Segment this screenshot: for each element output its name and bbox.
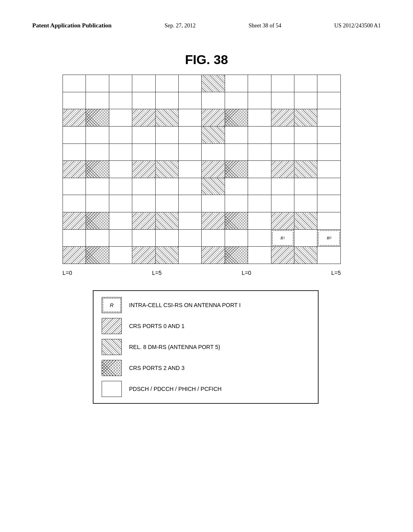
page-header: Patent Application Publication Sep. 27, … <box>32 22 381 29</box>
cell-r5c7 <box>202 143 225 161</box>
cell-r6c5 <box>155 161 178 178</box>
legend-swatch-pdsch <box>102 381 122 397</box>
cell-r10c8 <box>225 229 248 247</box>
r1-marker: R1 <box>272 230 294 246</box>
cell-r9c3 <box>109 212 132 230</box>
cell-r3c3 <box>109 109 132 127</box>
cell-r4c6 <box>179 126 202 143</box>
legend-label-dmrs: REL. 8 DM-RS (ANTENNA PORT 5) <box>129 344 220 350</box>
legend-swatch-dmrs <box>102 339 122 355</box>
cell-r8c4 <box>132 195 155 212</box>
cell-r11c4 <box>132 247 155 264</box>
cell-r11c3 <box>109 247 132 264</box>
cell-r11c6 <box>179 247 202 264</box>
cell-r1c6 <box>179 75 202 92</box>
cell-r3c7 <box>202 109 225 127</box>
sheet-number: Sheet 38 of 54 <box>248 23 281 29</box>
cell-r3c4 <box>132 109 155 127</box>
cell-r11c12 <box>317 247 341 264</box>
legend-box: R INTRA-CELL CSI-RS ON ANTENNA PORT I CR… <box>93 290 319 404</box>
cell-r8c1 <box>63 195 86 212</box>
cell-r6c11 <box>294 161 317 178</box>
cell-r11c7 <box>202 247 225 264</box>
cell-r2c2 <box>86 92 109 109</box>
cell-r5c6 <box>179 143 202 161</box>
cell-r1c12 <box>317 75 341 92</box>
axis-l5-center-left: L=5 <box>152 270 162 276</box>
cell-r3c6 <box>179 109 202 127</box>
cell-r10c7 <box>202 229 225 247</box>
cell-r7c12 <box>317 178 341 195</box>
legend-swatch-crs23 <box>102 360 122 376</box>
cell-r5c4 <box>132 143 155 161</box>
cell-r11c1 <box>63 247 86 264</box>
cell-r4c10 <box>271 126 294 143</box>
cell-r6c1 <box>63 161 86 178</box>
cell-r6c10 <box>271 161 294 178</box>
cell-r9c6 <box>179 212 202 230</box>
cell-r3c5 <box>155 109 178 127</box>
cell-r3c9 <box>248 109 271 127</box>
cell-r9c2 <box>86 212 109 230</box>
cell-r3c12 <box>317 109 341 127</box>
cell-r4c5 <box>155 126 178 143</box>
cell-r1c9 <box>248 75 271 92</box>
axis-l5-right: L=5 <box>331 270 341 276</box>
cell-r9c9 <box>248 212 271 230</box>
cell-r8c2 <box>86 195 109 212</box>
cell-r5c12 <box>317 143 341 161</box>
cell-r7c11 <box>294 178 317 195</box>
cell-r9c12 <box>317 212 341 230</box>
legend-item-dmrs: REL. 8 DM-RS (ANTENNA PORT 5) <box>102 339 310 355</box>
cell-r7c4 <box>132 178 155 195</box>
cell-r2c5 <box>155 92 178 109</box>
cell-r6c8 <box>225 161 248 178</box>
publication-title: Patent Application Publication <box>32 22 112 29</box>
cell-r6c3 <box>109 161 132 178</box>
cell-r5c1 <box>63 143 86 161</box>
cell-r11c2 <box>86 247 109 264</box>
legend-item-pdsch: PDSCH / PDCCH / PHICH / PCFICH <box>102 381 310 397</box>
cell-r2c12 <box>317 92 341 109</box>
cell-r5c2 <box>86 143 109 161</box>
cell-r11c9 <box>248 247 271 264</box>
cell-r1c7 <box>202 75 225 92</box>
cell-r9c7 <box>202 212 225 230</box>
cell-r7c6 <box>179 178 202 195</box>
cell-r8c9 <box>248 195 271 212</box>
cell-r10c2 <box>86 229 109 247</box>
cell-r3c10 <box>271 109 294 127</box>
cell-r1c3 <box>109 75 132 92</box>
cell-r7c8 <box>225 178 248 195</box>
cell-r5c5 <box>155 143 178 161</box>
cell-r3c2 <box>86 109 109 127</box>
cell-r4c3 <box>109 126 132 143</box>
cell-r6c4 <box>132 161 155 178</box>
cell-r2c8 <box>225 92 248 109</box>
cell-r1c10 <box>271 75 294 92</box>
cell-r9c5 <box>155 212 178 230</box>
cell-r9c10 <box>271 212 294 230</box>
cell-r9c1 <box>63 212 86 230</box>
cell-r11c5 <box>155 247 178 264</box>
legend-swatch-crs01 <box>102 318 122 334</box>
cell-r3c11 <box>294 109 317 127</box>
cell-r4c2 <box>86 126 109 143</box>
r0-marker: R0 <box>318 230 340 246</box>
cell-r2c1 <box>63 92 86 109</box>
legend-item-r: R INTRA-CELL CSI-RS ON ANTENNA PORT I <box>102 297 310 313</box>
cell-r6c2 <box>86 161 109 178</box>
publication-date: Sep. 27, 2012 <box>165 23 196 29</box>
cell-r6c9 <box>248 161 271 178</box>
cell-r8c10 <box>271 195 294 212</box>
cell-r1c5 <box>155 75 178 92</box>
cell-r10c1 <box>63 229 86 247</box>
cell-r10c10: R1 <box>271 229 294 247</box>
cell-r4c11 <box>294 126 317 143</box>
cell-r9c8 <box>225 212 248 230</box>
cell-r2c10 <box>271 92 294 109</box>
cell-r5c8 <box>225 143 248 161</box>
cell-r1c1 <box>63 75 86 92</box>
legend-swatch-r: R <box>102 297 122 313</box>
cell-r5c9 <box>248 143 271 161</box>
